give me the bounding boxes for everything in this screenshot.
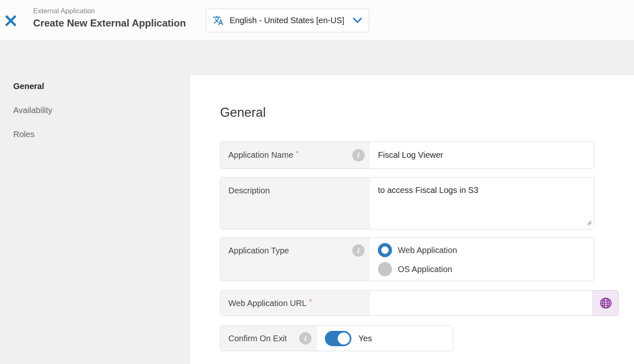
application-type-label-text: Application Type <box>228 246 289 256</box>
language-label: English - United States [en-US] <box>230 16 347 25</box>
confirm-on-exit-label-text: Confirm On Exit <box>228 334 287 343</box>
radio-option-os-application[interactable]: OS Application <box>378 262 457 276</box>
section-heading: General <box>220 105 266 120</box>
web-application-url-label-text: Web Application URL <box>228 299 307 308</box>
confirm-on-exit-toggle[interactable] <box>325 331 351 346</box>
radio-label: Web Application <box>398 246 457 255</box>
page-title: Create New External Application <box>33 17 186 29</box>
globe-icon <box>599 297 613 310</box>
info-icon[interactable]: i <box>352 149 365 162</box>
application-type-options: Web Application OS Application <box>370 238 594 281</box>
form-panel: General Application Name * i Description… <box>189 75 634 364</box>
info-icon[interactable]: i <box>352 244 365 257</box>
description-field-row: Description to access Fiscal Logs in S3 <box>220 177 594 229</box>
radio-label: OS Application <box>398 265 452 274</box>
radio-selected-icon[interactable] <box>378 243 392 257</box>
description-label-text: Description <box>228 186 270 195</box>
web-application-url-value <box>370 291 593 316</box>
application-name-label-text: Application Name <box>228 150 293 160</box>
header-bar: External Application Create New External… <box>0 0 634 41</box>
application-name-input[interactable] <box>378 150 586 160</box>
language-selector[interactable]: English - United States [en-US] <box>206 9 369 32</box>
url-browse-button[interactable] <box>593 290 619 316</box>
toggle-state-text: Yes <box>358 334 372 343</box>
sidebar-item-general[interactable]: General <box>13 82 52 91</box>
required-asterisk: * <box>309 298 312 306</box>
application-name-field-row: Application Name * i <box>220 141 594 169</box>
application-name-label: Application Name * i <box>220 142 370 169</box>
confirm-on-exit-value: Yes <box>317 326 453 351</box>
application-type-field-row: Application Type i Web Application OS Ap… <box>220 237 594 281</box>
description-textarea[interactable]: to access Fiscal Logs in S3 <box>378 178 586 229</box>
application-name-value <box>370 142 594 169</box>
chevron-down-icon <box>353 17 362 24</box>
description-label: Description <box>220 178 370 229</box>
description-value: to access Fiscal Logs in S3 <box>370 178 594 229</box>
close-button[interactable] <box>4 14 17 27</box>
radio-option-web-application[interactable]: Web Application <box>378 243 457 257</box>
sidebar-item-availability[interactable]: Availability <box>13 106 52 115</box>
web-application-url-input[interactable] <box>378 299 585 308</box>
confirm-on-exit-label: Confirm On Exit i <box>220 326 317 351</box>
confirm-on-exit-field-row: Confirm On Exit i Yes <box>220 325 453 351</box>
toggle-knob <box>338 333 350 345</box>
web-application-url-label: Web Application URL * <box>220 291 370 316</box>
resize-handle-icon[interactable] <box>587 219 592 227</box>
breadcrumb: External Application <box>33 7 186 16</box>
sidebar-nav: General Availability Roles <box>13 82 52 139</box>
application-type-label: Application Type i <box>220 238 370 281</box>
close-icon <box>5 14 17 27</box>
sidebar-item-roles[interactable]: Roles <box>13 130 52 139</box>
required-asterisk: * <box>296 149 299 158</box>
translate-icon <box>213 15 224 26</box>
radio-unselected-icon[interactable] <box>378 262 392 276</box>
header-titles: External Application Create New External… <box>33 7 186 29</box>
web-application-url-field-row: Web Application URL * <box>220 290 593 316</box>
info-icon[interactable]: i <box>299 332 312 345</box>
application-type-radio-group: Web Application OS Application <box>378 238 457 282</box>
